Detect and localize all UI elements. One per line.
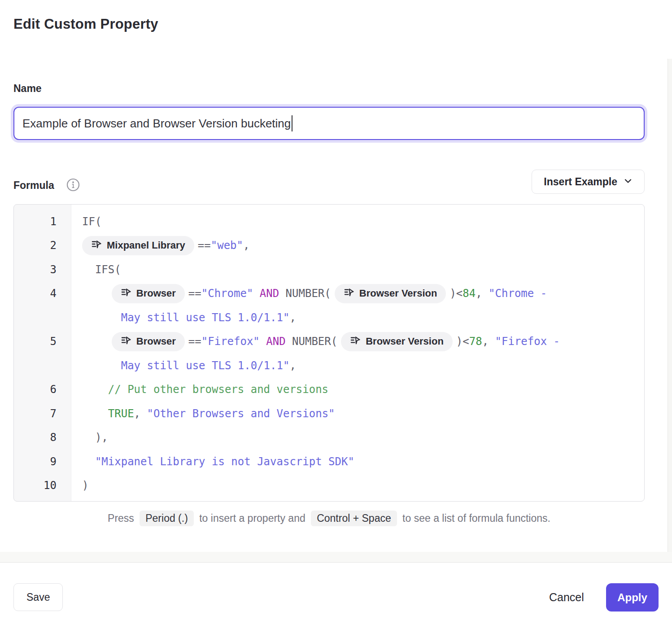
code-token: == — [198, 239, 211, 252]
code-token: AND — [260, 287, 279, 300]
line-number: 1 — [14, 215, 71, 228]
formula-line: 7 TRUE, "Other Browsers and Versions" — [14, 402, 644, 426]
code-token — [253, 287, 259, 300]
code-token: , — [289, 311, 296, 324]
formula-line: 4 Browser=="Chrome" AND NUMBER(Browser V… — [14, 282, 644, 306]
content-bottom-divider — [0, 552, 672, 563]
property-chip[interactable]: Browser — [112, 332, 185, 351]
hint-text: Press — [108, 512, 134, 524]
code-token: , — [476, 287, 489, 300]
code-token: "Firefox" — [201, 335, 260, 348]
code-token — [82, 311, 121, 324]
control-space-key-badge: Control + Space — [311, 511, 397, 526]
code-token: )< — [449, 287, 463, 300]
code-token: AND — [266, 335, 285, 348]
cancel-button[interactable]: Cancel — [544, 583, 589, 611]
line-content: IF( — [71, 215, 644, 228]
line-number: 9 — [14, 455, 71, 468]
line-content: IFS( — [71, 263, 644, 276]
property-chip-label: Browser Version — [359, 288, 437, 299]
dialog-footer: Save Cancel Apply — [0, 563, 672, 629]
code-token — [82, 335, 108, 348]
formula-header-row: Formula Insert Example — [13, 170, 645, 194]
code-token: "Firefox - — [495, 335, 560, 348]
name-input[interactable]: Example of Browser and Browser Version b… — [13, 107, 645, 140]
insert-example-button[interactable]: Insert Example — [532, 170, 645, 194]
insert-example-label: Insert Example — [544, 176, 617, 188]
line-content: Mixpanel Library=="web", — [71, 236, 644, 255]
code-token: // Put other browsers and versions — [82, 383, 328, 396]
hint-text: to see a list of formula functions. — [402, 512, 550, 524]
property-chip-label: Browser Version — [366, 336, 444, 347]
line-content: "Mixpanel Library is not Javascript SDK" — [71, 455, 644, 468]
formula-line: May still use TLS 1.0/1.1", — [14, 306, 644, 330]
property-flag-icon — [121, 335, 131, 348]
formula-line: 3 IFS( — [14, 258, 644, 282]
code-token: "Chrome - — [489, 287, 547, 300]
scrollbar-track[interactable] — [668, 59, 672, 563]
line-number: 4 — [14, 287, 71, 300]
property-chip[interactable]: Browser Version — [341, 332, 453, 351]
code-token: == — [188, 335, 201, 348]
line-content: TRUE, "Other Browsers and Versions" — [71, 407, 644, 420]
code-token: "Other Browsers and Versions" — [147, 407, 335, 420]
code-token: NUMBER( — [286, 335, 338, 348]
property-flag-icon — [350, 335, 360, 348]
period-key-badge: Period (.) — [140, 511, 194, 526]
formula-line: 9 "Mixpanel Library is not Javascript SD… — [14, 450, 644, 474]
code-token: NUMBER( — [279, 287, 331, 300]
line-content: Browser=="Chrome" AND NUMBER(Browser Ver… — [71, 284, 644, 303]
code-token: 78 — [469, 335, 482, 348]
line-content: ), — [71, 431, 644, 444]
property-chip-label: Browser — [136, 336, 176, 347]
code-token: , — [289, 359, 296, 372]
name-label: Name — [13, 83, 42, 95]
property-chip[interactable]: Mixpanel Library — [82, 236, 194, 255]
code-token: May still use TLS 1.0/1.1" — [121, 311, 290, 324]
hint-text: to insert a property and — [199, 512, 305, 524]
code-token: , — [134, 407, 147, 420]
code-token: 84 — [463, 287, 476, 300]
code-token: , — [243, 239, 249, 252]
formula-line: 8 ), — [14, 426, 644, 450]
code-token: == — [188, 287, 201, 300]
save-button[interactable]: Save — [13, 583, 63, 611]
line-number: 8 — [14, 431, 71, 444]
line-content: // Put other browsers and versions — [71, 383, 644, 396]
page-title: Edit Custom Property — [13, 16, 158, 32]
formula-line: 10) — [14, 474, 644, 498]
code-token — [82, 455, 95, 468]
property-flag-icon — [91, 239, 101, 252]
code-token: , — [482, 335, 495, 348]
line-content: May still use TLS 1.0/1.1", — [71, 311, 644, 324]
property-chip-label: Browser — [136, 288, 176, 299]
property-flag-icon — [121, 287, 131, 300]
apply-button[interactable]: Apply — [606, 583, 659, 612]
line-number: 10 — [14, 479, 71, 492]
code-token: "web" — [211, 239, 243, 252]
formula-line: 5 Browser=="Firefox" AND NUMBER(Browser … — [14, 330, 644, 354]
code-token: IF( — [82, 215, 101, 228]
property-chip[interactable]: Browser Version — [335, 284, 446, 303]
code-token: TRUE — [108, 407, 134, 420]
formula-line: 6 // Put other browsers and versions — [14, 378, 644, 402]
formula-line: 1IF( — [14, 210, 644, 234]
code-token: "Chrome" — [201, 287, 253, 300]
property-chip-label: Mixpanel Library — [107, 240, 185, 251]
formula-code-editor[interactable]: 1IF(2Mixpanel Library=="web",3 IFS(4 Bro… — [13, 204, 645, 502]
property-chip[interactable]: Browser — [112, 284, 185, 303]
info-icon[interactable] — [66, 178, 80, 192]
line-number: 5 — [14, 335, 71, 348]
code-token: May still use TLS 1.0/1.1" — [121, 359, 290, 372]
line-number: 7 — [14, 407, 71, 420]
line-content: May still use TLS 1.0/1.1", — [71, 359, 644, 372]
code-token: ), — [82, 431, 108, 444]
code-token — [82, 407, 108, 420]
line-number: 3 — [14, 263, 71, 276]
code-token — [82, 359, 121, 372]
code-token — [260, 335, 266, 348]
formula-line: May still use TLS 1.0/1.1", — [14, 354, 644, 378]
property-flag-icon — [344, 287, 354, 300]
text-caret — [292, 115, 292, 131]
code-token: )< — [456, 335, 469, 348]
